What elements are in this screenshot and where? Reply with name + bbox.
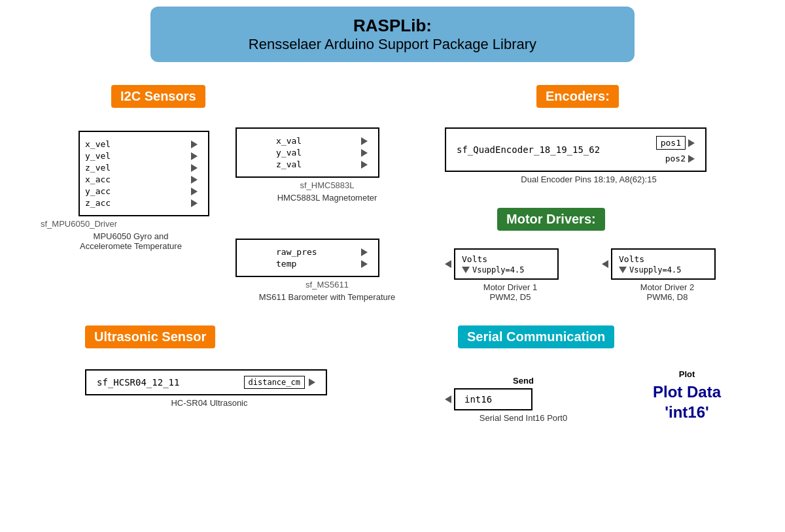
ms5611-block: raw_pres temp (236, 239, 379, 277)
arrow-y-acc (191, 188, 198, 195)
arrow-raw-pres (361, 248, 368, 256)
arrow-y-vel (191, 152, 198, 160)
mpu6050-name: sf_MPU6050_Driver (39, 219, 222, 229)
arrow-pos2 (688, 155, 695, 163)
motor-driver-2-caption1: Motor Driver 2 (602, 282, 733, 292)
port-pos1: pos1 (656, 136, 695, 150)
mpu6050-block: x_vel y_vel z_vel x_acc y_acc z_acc (78, 131, 209, 216)
serial-send-label: Send (445, 376, 602, 386)
port-y-vel: y_vel (85, 151, 198, 161)
plot-value: Plot Data'int16' (628, 382, 746, 422)
arrow-serial-in (445, 395, 451, 403)
hcsr04-block: sf_HCSR04_12_11 distance_cm (85, 369, 327, 395)
arrow-motor1-in (445, 260, 451, 268)
ms5611-caption: MS611 Barometer with Temperature (236, 292, 419, 302)
hmc5883l-container: x_val y_val z_val sf_HMC5883L HMC5883L M… (236, 127, 419, 203)
arrow-temp (361, 260, 368, 268)
arrow-x-vel (191, 141, 198, 148)
mpu6050-caption: MPU6050 Gyro andAcceleromete Temperature (39, 231, 222, 251)
mpu6050-container: x_vel y_vel z_vel x_acc y_acc z_acc sf_M… (39, 131, 222, 251)
ultrasonic-section-label: Ultrasonic Sensor (85, 325, 215, 348)
hcsr04-caption: HC-SR04 Ultrasonic (85, 398, 334, 408)
serial-send-caption: Serial Send Int16 Port0 (445, 413, 602, 423)
hcsr04-port-box: distance_cm (244, 376, 305, 389)
arrow-x-acc (191, 176, 198, 184)
motor-driver-1-caption1: Motor Driver 1 (445, 282, 576, 292)
quad-encoder-container: sf_QuadEncoder_18_19_15_62 pos1 pos2 Dua… (445, 127, 733, 184)
arrow-z-val (361, 161, 368, 169)
motor-driver-1-block: Volts Vsupply=4.5 (454, 248, 559, 280)
quad-encoder-block: sf_QuadEncoder_18_19_15_62 pos1 pos2 (445, 127, 706, 172)
plot-container: Plot Plot Data'int16' (628, 369, 746, 422)
arrow-pos1 (688, 139, 695, 147)
serial-send-type: int16 (464, 394, 492, 405)
arrow-z-acc (191, 199, 198, 207)
serial-label: Serial Communication (458, 325, 614, 348)
ultrasonic-label: Ultrasonic Sensor (85, 325, 215, 348)
port-raw-pres: raw_pres (276, 247, 368, 257)
arrow-y-val (361, 149, 368, 157)
arrow-z-vel (191, 164, 198, 172)
motor-drivers-label: Motor Drivers: (497, 208, 605, 231)
port-x-acc: x_acc (85, 175, 198, 184)
arrow-motor2-in (602, 260, 608, 268)
ms5611-name: sf_MS5611 (236, 280, 419, 290)
serial-send-container: Send int16 Serial Send Int16 Port0 (445, 376, 602, 423)
motor-drivers-section-label: Motor Drivers: (497, 208, 605, 231)
arrow-distance-cm (309, 378, 315, 386)
header-title: RASPLib: (164, 16, 621, 36)
encoders-label: Encoders: (536, 85, 619, 108)
port-z-val: z_val (276, 159, 368, 169)
port-pos2: pos2 (665, 154, 695, 163)
encoders-section-label: Encoders: (536, 85, 619, 108)
motor-driver-1-caption2: PWM2, D5 (445, 292, 576, 302)
port-y-val: y_val (276, 148, 368, 158)
hmc5883l-name: sf_HMC5883L (236, 180, 419, 190)
hmc5883l-caption: HMC5883L Magnetometer (236, 193, 419, 203)
serial-send-block: int16 (454, 388, 532, 410)
port-z-vel: z_vel (85, 163, 198, 173)
port-temp: temp (276, 259, 368, 269)
port-y-acc: y_acc (85, 186, 198, 196)
arrow-motor2-down (619, 267, 627, 273)
port-x-vel: x_vel (85, 139, 198, 149)
arrow-motor1-down (462, 267, 470, 273)
serial-section-label: Serial Communication (458, 325, 614, 348)
port-z-acc: z_acc (85, 198, 198, 208)
motor-driver-1-container: Volts Vsupply=4.5 Motor Driver 1 PWM2, D… (445, 248, 576, 302)
motor-driver-2-block: Volts Vsupply=4.5 (611, 248, 716, 280)
header-subtitle: Rensselaer Arduino Support Package Libra… (164, 36, 621, 53)
hcsr04-port-container: distance_cm (244, 376, 315, 389)
ms5611-container: raw_pres temp sf_MS5611 MS611 Barometer … (236, 239, 419, 302)
i2c-section-label: I2C Sensors (111, 85, 205, 108)
header-box: RASPLib: Rensselaer Arduino Support Pack… (150, 7, 635, 62)
hmc5883l-block: x_val y_val z_val (236, 127, 379, 178)
arrow-x-val (361, 137, 368, 145)
hcsr04-name: sf_HCSR04_12_11 (97, 377, 179, 388)
quad-encoder-caption: Dual Encoder Pins 18:19, A8(62):15 (445, 175, 733, 184)
quad-encoder-name: sf_QuadEncoder_18_19_15_62 (457, 144, 600, 155)
motor-driver-2-container: Volts Vsupply=4.5 Motor Driver 2 PWM6, D… (602, 248, 733, 302)
plot-label: Plot (628, 369, 746, 379)
i2c-label: I2C Sensors (111, 85, 205, 108)
hcsr04-container: sf_HCSR04_12_11 distance_cm HC-SR04 Ultr… (85, 369, 334, 408)
motor-driver-2-caption2: PWM6, D8 (602, 292, 733, 302)
port-x-val: x_val (276, 136, 368, 146)
